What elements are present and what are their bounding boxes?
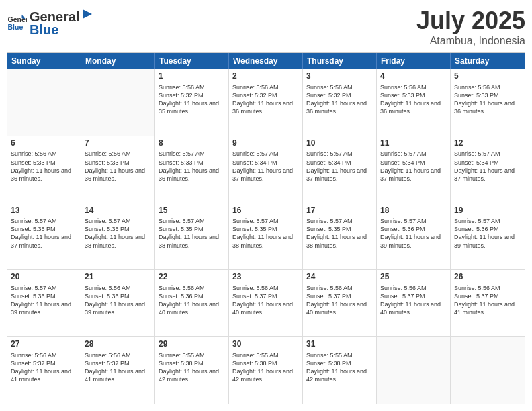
- svg-text:Blue: Blue: [8, 23, 24, 31]
- calendar-cell: 1Sunrise: 5:56 AMSunset: 5:32 PMDaylight…: [155, 69, 229, 136]
- cell-info: Sunrise: 5:57 AMSunset: 5:35 PMDaylight:…: [232, 217, 299, 250]
- calendar-cell: 4Sunrise: 5:56 AMSunset: 5:33 PMDaylight…: [377, 69, 451, 136]
- day-number: 20: [11, 272, 77, 283]
- cell-info: Sunrise: 5:57 AMSunset: 5:33 PMDaylight:…: [159, 150, 225, 183]
- day-number: 25: [380, 272, 447, 283]
- calendar-cell: 29Sunrise: 5:55 AMSunset: 5:38 PMDayligh…: [155, 337, 229, 404]
- cell-info: Sunrise: 5:57 AMSunset: 5:35 PMDaylight:…: [85, 217, 151, 250]
- calendar-row-5: 27Sunrise: 5:56 AMSunset: 5:37 PMDayligh…: [7, 337, 525, 404]
- logo-arrow-icon: [80, 7, 95, 21]
- calendar-cell: 28Sunrise: 5:56 AMSunset: 5:37 PMDayligh…: [81, 337, 155, 404]
- cell-info: Sunrise: 5:56 AMSunset: 5:37 PMDaylight:…: [454, 284, 521, 317]
- cell-info: Sunrise: 5:56 AMSunset: 5:37 PMDaylight:…: [306, 284, 373, 317]
- cell-info: Sunrise: 5:57 AMSunset: 5:34 PMDaylight:…: [454, 150, 521, 183]
- calendar-cell: 9Sunrise: 5:57 AMSunset: 5:34 PMDaylight…: [229, 136, 303, 203]
- day-number: 5: [454, 71, 521, 82]
- day-number: 7: [85, 138, 151, 149]
- day-number: 27: [11, 339, 77, 350]
- day-number: 1: [159, 71, 225, 82]
- day-number: 28: [85, 339, 151, 350]
- day-number: 16: [232, 205, 299, 216]
- calendar-cell: 18Sunrise: 5:57 AMSunset: 5:36 PMDayligh…: [377, 203, 451, 270]
- calendar-cell: [451, 337, 525, 404]
- calendar-row-2: 6Sunrise: 5:56 AMSunset: 5:33 PMDaylight…: [7, 136, 525, 203]
- calendar-cell: 8Sunrise: 5:57 AMSunset: 5:33 PMDaylight…: [155, 136, 229, 203]
- calendar-cell: [81, 69, 155, 136]
- calendar: SundayMondayTuesdayWednesdayThursdayFrid…: [7, 52, 525, 404]
- calendar-cell: 7Sunrise: 5:56 AMSunset: 5:33 PMDaylight…: [81, 136, 155, 203]
- day-number: 4: [380, 71, 447, 82]
- calendar-cell: 19Sunrise: 5:57 AMSunset: 5:36 PMDayligh…: [451, 203, 525, 270]
- calendar-row-1: 1Sunrise: 5:56 AMSunset: 5:32 PMDaylight…: [7, 69, 525, 136]
- calendar-cell: 24Sunrise: 5:56 AMSunset: 5:37 PMDayligh…: [303, 270, 377, 336]
- cell-info: Sunrise: 5:56 AMSunset: 5:37 PMDaylight:…: [85, 351, 151, 384]
- cell-info: Sunrise: 5:56 AMSunset: 5:36 PMDaylight:…: [159, 284, 225, 317]
- calendar-body: 1Sunrise: 5:56 AMSunset: 5:32 PMDaylight…: [7, 69, 525, 404]
- cell-info: Sunrise: 5:57 AMSunset: 5:34 PMDaylight:…: [306, 150, 373, 183]
- day-number: 26: [454, 272, 521, 283]
- calendar-cell: 31Sunrise: 5:55 AMSunset: 5:38 PMDayligh…: [303, 337, 377, 404]
- day-number: 17: [306, 205, 373, 216]
- calendar-cell: 2Sunrise: 5:56 AMSunset: 5:32 PMDaylight…: [229, 69, 303, 136]
- calendar-cell: 30Sunrise: 5:55 AMSunset: 5:38 PMDayligh…: [229, 337, 303, 404]
- day-number: 14: [85, 205, 151, 216]
- calendar-cell: 10Sunrise: 5:57 AMSunset: 5:34 PMDayligh…: [303, 136, 377, 203]
- cell-info: Sunrise: 5:57 AMSunset: 5:35 PMDaylight:…: [11, 217, 77, 250]
- title-area: July 2025 Atambua, Indonesia: [416, 7, 525, 47]
- calendar-cell: 12Sunrise: 5:57 AMSunset: 5:34 PMDayligh…: [451, 136, 525, 203]
- calendar-cell: 16Sunrise: 5:57 AMSunset: 5:35 PMDayligh…: [229, 203, 303, 270]
- header-day-monday: Monday: [81, 53, 155, 69]
- cell-info: Sunrise: 5:57 AMSunset: 5:34 PMDaylight:…: [380, 150, 447, 183]
- cell-info: Sunrise: 5:57 AMSunset: 5:36 PMDaylight:…: [380, 217, 447, 250]
- calendar-cell: 3Sunrise: 5:56 AMSunset: 5:32 PMDaylight…: [303, 69, 377, 136]
- calendar-cell: 21Sunrise: 5:56 AMSunset: 5:36 PMDayligh…: [81, 270, 155, 336]
- day-number: 21: [85, 272, 151, 283]
- day-number: 8: [159, 138, 225, 149]
- calendar-header: SundayMondayTuesdayWednesdayThursdayFrid…: [7, 53, 525, 69]
- cell-info: Sunrise: 5:56 AMSunset: 5:37 PMDaylight:…: [232, 284, 299, 317]
- calendar-cell: 13Sunrise: 5:57 AMSunset: 5:35 PMDayligh…: [7, 203, 81, 270]
- calendar-cell: 14Sunrise: 5:57 AMSunset: 5:35 PMDayligh…: [81, 203, 155, 270]
- day-number: 24: [306, 272, 373, 283]
- header-day-saturday: Saturday: [451, 53, 525, 69]
- day-number: 10: [306, 138, 373, 149]
- day-number: 13: [11, 205, 77, 216]
- logo: General Blue General Blue: [7, 7, 95, 38]
- header: General Blue General Blue July 2025 Atam…: [7, 7, 525, 47]
- calendar-cell: 26Sunrise: 5:56 AMSunset: 5:37 PMDayligh…: [451, 270, 525, 336]
- month-title: July 2025: [416, 7, 525, 35]
- day-number: 18: [380, 205, 447, 216]
- day-number: 30: [232, 339, 299, 350]
- cell-info: Sunrise: 5:55 AMSunset: 5:38 PMDaylight:…: [159, 351, 225, 384]
- cell-info: Sunrise: 5:57 AMSunset: 5:36 PMDaylight:…: [11, 284, 77, 317]
- calendar-cell: 27Sunrise: 5:56 AMSunset: 5:37 PMDayligh…: [7, 337, 81, 404]
- calendar-cell: 5Sunrise: 5:56 AMSunset: 5:33 PMDaylight…: [451, 69, 525, 136]
- day-number: 31: [306, 339, 373, 350]
- cell-info: Sunrise: 5:56 AMSunset: 5:37 PMDaylight:…: [380, 284, 447, 317]
- calendar-cell: 20Sunrise: 5:57 AMSunset: 5:36 PMDayligh…: [7, 270, 81, 336]
- cell-info: Sunrise: 5:56 AMSunset: 5:37 PMDaylight:…: [11, 351, 77, 384]
- calendar-cell: 6Sunrise: 5:56 AMSunset: 5:33 PMDaylight…: [7, 136, 81, 203]
- calendar-cell: [377, 337, 451, 404]
- calendar-row-3: 13Sunrise: 5:57 AMSunset: 5:35 PMDayligh…: [7, 203, 525, 271]
- calendar-cell: 22Sunrise: 5:56 AMSunset: 5:36 PMDayligh…: [155, 270, 229, 336]
- day-number: 15: [159, 205, 225, 216]
- cell-info: Sunrise: 5:56 AMSunset: 5:33 PMDaylight:…: [85, 150, 151, 183]
- header-day-wednesday: Wednesday: [229, 53, 303, 69]
- day-number: 3: [306, 71, 373, 82]
- page: General Blue General Blue July 2025 Atam…: [0, 0, 532, 411]
- cell-info: Sunrise: 5:57 AMSunset: 5:35 PMDaylight:…: [159, 217, 225, 250]
- svg-marker-2: [83, 9, 92, 19]
- calendar-cell: [7, 69, 81, 136]
- day-number: 9: [232, 138, 299, 149]
- calendar-cell: 15Sunrise: 5:57 AMSunset: 5:35 PMDayligh…: [155, 203, 229, 270]
- cell-info: Sunrise: 5:56 AMSunset: 5:32 PMDaylight:…: [232, 83, 299, 116]
- cell-info: Sunrise: 5:56 AMSunset: 5:33 PMDaylight:…: [11, 150, 77, 183]
- calendar-cell: 17Sunrise: 5:57 AMSunset: 5:35 PMDayligh…: [303, 203, 377, 270]
- cell-info: Sunrise: 5:57 AMSunset: 5:36 PMDaylight:…: [454, 217, 521, 250]
- cell-info: Sunrise: 5:56 AMSunset: 5:32 PMDaylight:…: [159, 83, 225, 116]
- header-day-friday: Friday: [377, 53, 451, 69]
- cell-info: Sunrise: 5:56 AMSunset: 5:33 PMDaylight:…: [454, 83, 521, 116]
- cell-info: Sunrise: 5:57 AMSunset: 5:34 PMDaylight:…: [232, 150, 299, 183]
- day-number: 22: [159, 272, 225, 283]
